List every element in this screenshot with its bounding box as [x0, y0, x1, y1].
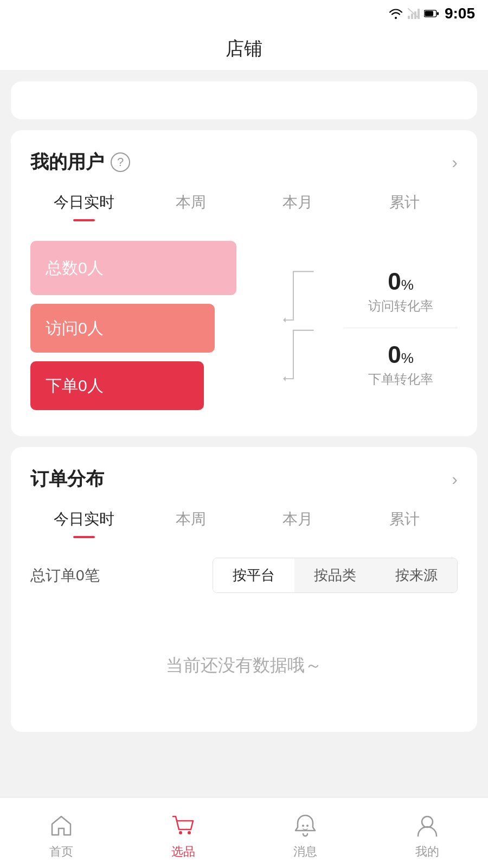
- bracket-svg: [282, 241, 320, 414]
- status-bar: 9:05: [0, 0, 488, 27]
- top-banner: [11, 81, 477, 119]
- order-dist-title: 订单分布: [30, 467, 104, 492]
- tab-this-month-users[interactable]: 本月: [244, 192, 351, 221]
- order-dist-header: 订单分布 ›: [30, 467, 458, 492]
- nav-home[interactable]: 首页: [0, 807, 122, 860]
- bottom-nav: 首页 选品 消息 我的: [0, 797, 488, 868]
- svg-rect-6: [425, 11, 433, 16]
- battery-icon: [424, 9, 439, 18]
- tab-this-week-orders[interactable]: 本周: [137, 509, 244, 538]
- title-bar: 店铺: [0, 27, 488, 71]
- my-users-header: 我的用户 ? ›: [30, 150, 458, 175]
- my-users-title: 我的用户: [30, 150, 104, 175]
- wifi-icon: [388, 8, 403, 19]
- nav-message[interactable]: 消息: [244, 807, 366, 860]
- svg-point-10: [179, 831, 182, 834]
- svg-point-11: [188, 831, 191, 834]
- tab-today-realtime-users[interactable]: 今日实时: [30, 192, 137, 221]
- tab-this-month-orders[interactable]: 本月: [244, 509, 351, 538]
- nav-select-products-label: 选品: [171, 844, 195, 860]
- help-icon[interactable]: ?: [111, 152, 130, 172]
- my-users-tabs: 今日实时 本周 本月 累计: [30, 192, 458, 221]
- nav-profile-label: 我的: [415, 844, 439, 860]
- order-dist-card: 订单分布 › 今日实时 本周 本月 累计 总订单0笔 按平台 按品类 按来源 当…: [11, 447, 477, 732]
- page-title: 店铺: [226, 36, 262, 61]
- tab-cumulative-orders[interactable]: 累计: [351, 509, 458, 538]
- my-users-chevron[interactable]: ›: [452, 152, 458, 173]
- status-time: 9:05: [445, 5, 475, 22]
- empty-tip: 当前还没有数据哦～: [30, 610, 458, 710]
- visit-conversion-label: 访问转化率: [344, 297, 458, 315]
- nav-message-label: 消息: [293, 844, 317, 860]
- home-icon: [48, 812, 75, 839]
- svg-point-12: [302, 825, 304, 827]
- stats-bars: 总数0人 访问0人 下单0人: [30, 241, 269, 414]
- signal-icon: [408, 8, 420, 19]
- svg-rect-7: [437, 12, 439, 15]
- tab-this-week-users[interactable]: 本周: [137, 192, 244, 221]
- svg-rect-1: [411, 14, 413, 19]
- my-users-title-group: 我的用户 ?: [30, 150, 130, 175]
- bar-order: 下单0人: [30, 361, 204, 410]
- filter-row: 总订单0笔 按平台 按品类 按来源: [30, 558, 458, 593]
- nav-profile[interactable]: 我的: [366, 807, 488, 860]
- order-conversion-value: 0%: [344, 341, 458, 368]
- user-icon: [414, 812, 441, 839]
- conv-divider: [344, 328, 458, 328]
- my-users-card: 我的用户 ? › 今日实时 本周 本月 累计 总数0人 访问0人 下单0人: [11, 130, 477, 436]
- bell-icon: [292, 812, 319, 839]
- cart-icon: [170, 812, 197, 839]
- nav-home-label: 首页: [49, 844, 73, 860]
- svg-rect-0: [408, 16, 410, 19]
- filter-buttons: 按平台 按品类 按来源: [213, 558, 458, 593]
- main-content: 我的用户 ? › 今日实时 本周 本月 累计 总数0人 访问0人 下单0人: [0, 71, 488, 797]
- user-stats: 总数0人 访问0人 下单0人 0%: [30, 241, 458, 414]
- total-orders-label: 总订单0笔: [30, 565, 100, 586]
- status-icons: [388, 8, 439, 19]
- filter-by-category[interactable]: 按品类: [294, 558, 376, 592]
- svg-point-13: [306, 825, 309, 827]
- tab-cumulative-users[interactable]: 累计: [351, 192, 458, 221]
- visit-conversion-value: 0%: [344, 268, 458, 295]
- bar-visit: 访问0人: [30, 304, 215, 353]
- tab-today-realtime-orders[interactable]: 今日实时: [30, 509, 137, 538]
- bar-total: 总数0人: [30, 241, 236, 295]
- order-conversion-label: 下单转化率: [344, 371, 458, 388]
- svg-point-14: [422, 816, 433, 827]
- svg-marker-8: [283, 317, 286, 322]
- conversion-col: 0% 访问转化率 0% 下单转化率: [338, 241, 458, 414]
- order-conversion: 0% 下单转化率: [344, 341, 458, 388]
- filter-by-source[interactable]: 按来源: [376, 558, 457, 592]
- svg-marker-9: [283, 376, 286, 381]
- nav-select-products[interactable]: 选品: [122, 807, 244, 860]
- visit-conversion: 0% 访问转化率: [344, 268, 458, 315]
- filter-by-platform[interactable]: 按平台: [213, 558, 294, 592]
- order-dist-chevron[interactable]: ›: [452, 469, 458, 489]
- order-dist-tabs: 今日实时 本周 本月 累计: [30, 509, 458, 538]
- bracket-arrows: [282, 241, 325, 414]
